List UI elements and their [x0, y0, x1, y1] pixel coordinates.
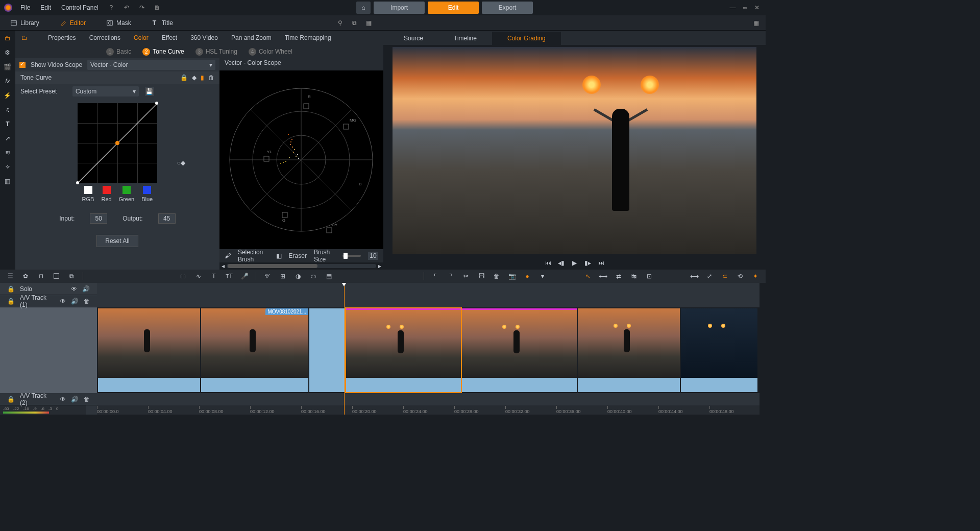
tl-text-icon[interactable]: T — [210, 272, 218, 280]
tl-film-icon[interactable]: 🎞 — [477, 272, 485, 280]
tl-menu-icon[interactable]: ☰ — [6, 272, 14, 280]
tl-mask-icon[interactable]: ◑ — [294, 272, 302, 280]
menu-edit[interactable]: Edit — [38, 3, 53, 12]
export-button[interactable]: Export — [482, 2, 533, 14]
tl-fit-icon[interactable]: ⟷ — [690, 272, 698, 280]
tl-camera-icon[interactable]: 📷 — [508, 272, 516, 280]
output-value[interactable] — [158, 213, 176, 224]
subtab-tone-curve[interactable]: 2Tone Curve — [142, 48, 184, 56]
delete-icon[interactable]: 🗑 — [208, 74, 214, 81]
clip-2[interactable]: MOV08102021... — [201, 308, 308, 392]
tl-trash-icon[interactable]: 🗑 — [493, 272, 501, 280]
scope-mode-dropdown[interactable]: Vector - Color▾ — [87, 60, 215, 70]
tool-piano-icon[interactable]: ▥ — [3, 177, 12, 186]
input-value[interactable] — [90, 213, 107, 224]
tab-editor[interactable]: Editor — [60, 17, 86, 29]
ptab-corrections[interactable]: Corrections — [89, 32, 120, 43]
tl-dropdown-icon[interactable]: ▾ — [538, 272, 547, 280]
tool-clapper-icon[interactable]: 🎬 — [3, 62, 12, 71]
popout-icon[interactable]: ⧉ — [350, 18, 359, 28]
channel-green[interactable]: Green — [119, 186, 135, 202]
tool-fx-icon[interactable]: fx — [3, 77, 12, 86]
clip-gap[interactable] — [309, 308, 345, 392]
step-back-icon[interactable]: ◂▮ — [557, 259, 566, 267]
time-ruler[interactable]: 00:00:00.0 00:00:04.00 00:00:08.00 00:00… — [97, 405, 760, 415]
tl-scissors-icon[interactable]: ✂ — [462, 272, 470, 280]
grid-icon[interactable]: ▦ — [751, 18, 761, 28]
preview-tab-source[interactable]: Source — [388, 32, 438, 45]
tool-wand-icon[interactable]: ✧ — [3, 162, 12, 172]
eye-icon[interactable]: 👁 — [60, 396, 66, 403]
trash-icon[interactable]: 🗑 — [84, 298, 90, 305]
clip-5[interactable] — [578, 308, 680, 392]
subtab-color-wheel[interactable]: 4Color Wheel — [249, 48, 292, 56]
subtab-hsl[interactable]: 3HSL Tuning — [195, 48, 237, 56]
tool-bin-icon[interactable]: 🗀 — [3, 34, 12, 43]
document-icon[interactable]: 🗎 — [153, 3, 162, 12]
vertical-scrollbar[interactable] — [760, 283, 766, 415]
track-2-header[interactable]: 🔒 A/V Track (2) 👁 🔊 🗑 — [0, 393, 97, 405]
tl-grid-icon[interactable]: ⊞ — [279, 272, 287, 280]
trash-icon[interactable]: 🗑 — [84, 396, 90, 403]
tool-gear-icon[interactable]: ⚙ — [3, 48, 12, 57]
reset-all-button[interactable]: Reset All — [96, 235, 138, 247]
speaker-icon[interactable]: 🔊 — [82, 285, 90, 293]
ptab-panzoom[interactable]: Pan and Zoom — [231, 32, 272, 43]
clip-3[interactable] — [346, 308, 461, 392]
clip-4[interactable] — [462, 308, 577, 392]
undo-icon[interactable]: ↶ — [122, 3, 131, 12]
lock-icon[interactable]: 🔒 — [7, 396, 15, 403]
tl-link-icon[interactable]: ⬭ — [309, 272, 317, 280]
eye-icon[interactable]: 👁 — [60, 298, 66, 305]
channel-rgb[interactable]: RGB — [82, 186, 94, 202]
speaker-icon[interactable]: 🔊 — [71, 298, 79, 305]
tab-title[interactable]: T Title — [152, 17, 173, 29]
tl-marker-icon[interactable]: ● — [523, 272, 531, 280]
show-scope-checkbox[interactable] — [19, 62, 26, 68]
selection-brush-button[interactable]: Selection Brush — [238, 249, 269, 263]
tool-arrow-icon[interactable]: ↗ — [3, 134, 12, 143]
tl-tt-icon[interactable]: TT — [225, 272, 233, 280]
go-start-icon[interactable]: ⏮ — [544, 259, 552, 267]
tab-library[interactable]: Library — [10, 17, 39, 29]
eye-icon[interactable]: 👁 — [71, 285, 77, 293]
tl-markout-icon[interactable]: ⌝ — [447, 272, 455, 280]
ptab-timeremap[interactable]: Time Remapping — [285, 32, 331, 43]
preview-tab-timeline[interactable]: Timeline — [438, 32, 492, 45]
tl-roll-icon[interactable]: ⇄ — [615, 272, 623, 280]
ptab-effect[interactable]: Effect — [162, 32, 177, 43]
home-button[interactable]: ⌂ — [356, 2, 371, 14]
tl-cut-icon[interactable]: ⩔ — [263, 272, 272, 280]
grid-icon[interactable]: ▦ — [364, 18, 373, 28]
clip-1[interactable] — [98, 308, 200, 392]
enable-icon[interactable]: ▮ — [201, 74, 204, 81]
tool-text-icon[interactable]: T — [3, 119, 12, 129]
tl-sync-icon[interactable]: ⟲ — [736, 272, 744, 280]
track-1-header[interactable]: 🔒 A/V Track (1) 👁 🔊 🗑 — [0, 295, 97, 307]
curve-tool-icon[interactable]: ○◆ — [177, 159, 185, 166]
clip-6[interactable] — [681, 308, 757, 392]
tl-mic-icon[interactable]: 🎤 — [240, 272, 249, 280]
lock-icon[interactable]: 🔒 — [7, 298, 15, 305]
preset-dropdown[interactable]: Custom▾ — [72, 86, 139, 96]
tl-snap-icon[interactable]: 🞎 — [52, 272, 60, 280]
save-preset-icon[interactable]: 💾 — [145, 87, 154, 96]
tl-spark-icon[interactable]: ✦ — [751, 272, 760, 280]
tl-zoom-icon[interactable]: ⤢ — [705, 272, 714, 280]
step-forward-icon[interactable]: ▮▸ — [584, 259, 592, 267]
window-close-icon[interactable]: ✕ — [752, 4, 762, 11]
help-icon[interactable]: ? — [107, 3, 116, 12]
tl-layers2-icon[interactable]: ▤ — [325, 272, 333, 280]
tl-gear-icon[interactable]: ✿ — [21, 272, 30, 280]
keyframe-icon[interactable]: ◆ — [192, 74, 197, 81]
speaker-icon[interactable]: 🔊 — [71, 396, 79, 403]
tl-layers-icon[interactable]: ⧉ — [67, 272, 76, 280]
tl-meter-icon[interactable]: ⫾⫾ — [179, 272, 187, 280]
tl-slip-icon[interactable]: ↹ — [630, 272, 638, 280]
menu-control-panel[interactable]: Control Panel — [59, 3, 101, 12]
ptab-properties[interactable]: Properties — [48, 32, 76, 43]
tl-slide-icon[interactable]: ⊡ — [645, 272, 653, 280]
window-minimize-icon[interactable]: — — [727, 4, 738, 11]
tool-music-icon[interactable]: ♫ — [3, 105, 12, 114]
tl-arrow-icon[interactable]: ↖ — [584, 272, 592, 280]
